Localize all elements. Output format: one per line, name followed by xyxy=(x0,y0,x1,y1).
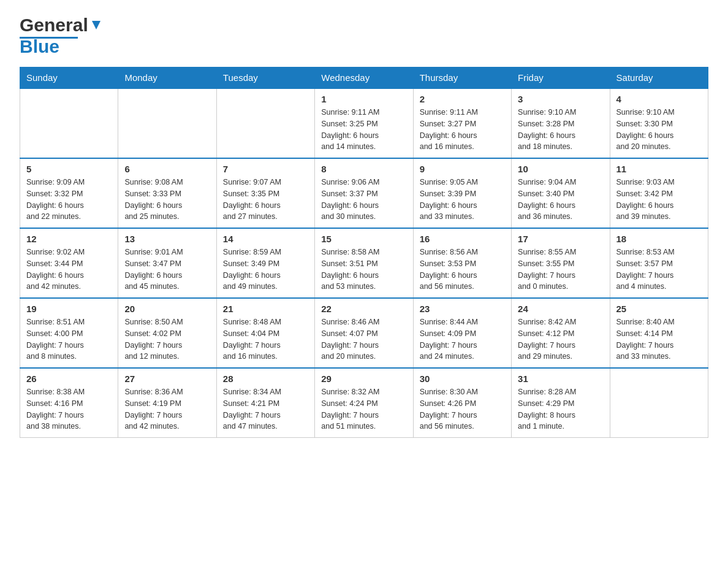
day-info: Sunrise: 8:30 AM Sunset: 4:26 PM Dayligh… xyxy=(420,386,505,432)
day-info: Sunrise: 8:42 AM Sunset: 4:12 PM Dayligh… xyxy=(518,316,603,362)
calendar-cell: 20Sunrise: 8:50 AM Sunset: 4:02 PM Dayli… xyxy=(118,298,216,368)
day-number: 25 xyxy=(616,304,702,314)
day-number: 10 xyxy=(518,164,603,174)
logo: General Blue xyxy=(20,15,103,57)
day-info: Sunrise: 8:34 AM Sunset: 4:21 PM Dayligh… xyxy=(223,386,308,432)
day-number: 27 xyxy=(124,373,210,384)
day-number: 6 xyxy=(124,164,210,174)
calendar-cell: 8Sunrise: 9:06 AM Sunset: 3:37 PM Daylig… xyxy=(315,158,413,228)
day-info: Sunrise: 8:56 AM Sunset: 3:53 PM Dayligh… xyxy=(420,247,505,293)
day-info: Sunrise: 8:58 AM Sunset: 3:51 PM Dayligh… xyxy=(321,247,406,293)
day-number: 26 xyxy=(26,373,112,384)
calendar-header-thursday: Thursday xyxy=(413,67,511,89)
calendar-header-wednesday: Wednesday xyxy=(315,67,413,89)
day-info: Sunrise: 9:11 AM Sunset: 3:27 PM Dayligh… xyxy=(420,107,505,153)
day-number: 11 xyxy=(616,164,702,174)
day-info: Sunrise: 8:59 AM Sunset: 3:49 PM Dayligh… xyxy=(223,247,308,293)
calendar-cell: 24Sunrise: 8:42 AM Sunset: 4:12 PM Dayli… xyxy=(512,298,610,368)
day-number: 29 xyxy=(321,373,406,384)
calendar-cell: 25Sunrise: 8:40 AM Sunset: 4:14 PM Dayli… xyxy=(610,298,708,368)
calendar-cell: 27Sunrise: 8:36 AM Sunset: 4:19 PM Dayli… xyxy=(118,368,216,438)
calendar-cell xyxy=(610,368,708,438)
day-number: 9 xyxy=(420,164,505,174)
calendar-cell: 17Sunrise: 8:55 AM Sunset: 3:55 PM Dayli… xyxy=(512,228,610,298)
day-number: 12 xyxy=(26,234,112,244)
calendar-cell xyxy=(20,88,118,158)
day-number: 23 xyxy=(420,304,505,314)
calendar-cell: 12Sunrise: 9:02 AM Sunset: 3:44 PM Dayli… xyxy=(20,228,118,298)
calendar-header-monday: Monday xyxy=(118,67,216,89)
calendar-cell: 5Sunrise: 9:09 AM Sunset: 3:32 PM Daylig… xyxy=(20,158,118,228)
day-number: 22 xyxy=(321,304,406,314)
day-info: Sunrise: 8:53 AM Sunset: 3:57 PM Dayligh… xyxy=(616,247,702,293)
day-info: Sunrise: 8:40 AM Sunset: 4:14 PM Dayligh… xyxy=(616,316,702,362)
calendar-cell: 7Sunrise: 9:07 AM Sunset: 3:35 PM Daylig… xyxy=(216,158,314,228)
calendar-cell: 15Sunrise: 8:58 AM Sunset: 3:51 PM Dayli… xyxy=(315,228,413,298)
day-number: 20 xyxy=(124,304,210,314)
calendar-week-row: 12Sunrise: 9:02 AM Sunset: 3:44 PM Dayli… xyxy=(20,228,708,298)
day-number: 15 xyxy=(321,234,406,244)
calendar-cell: 26Sunrise: 8:38 AM Sunset: 4:16 PM Dayli… xyxy=(20,368,118,438)
calendar-header-saturday: Saturday xyxy=(610,67,708,89)
day-info: Sunrise: 8:32 AM Sunset: 4:24 PM Dayligh… xyxy=(321,386,406,432)
day-info: Sunrise: 9:10 AM Sunset: 3:28 PM Dayligh… xyxy=(518,107,603,153)
day-number: 30 xyxy=(420,373,505,384)
day-info: Sunrise: 8:36 AM Sunset: 4:19 PM Dayligh… xyxy=(124,386,210,432)
calendar-header-row: SundayMondayTuesdayWednesdayThursdayFrid… xyxy=(20,67,708,89)
day-info: Sunrise: 9:03 AM Sunset: 3:42 PM Dayligh… xyxy=(616,177,702,223)
day-info: Sunrise: 8:55 AM Sunset: 3:55 PM Dayligh… xyxy=(518,247,603,293)
calendar-cell: 9Sunrise: 9:05 AM Sunset: 3:39 PM Daylig… xyxy=(413,158,511,228)
calendar-cell: 1Sunrise: 9:11 AM Sunset: 3:25 PM Daylig… xyxy=(315,88,413,158)
day-info: Sunrise: 9:11 AM Sunset: 3:25 PM Dayligh… xyxy=(321,107,406,153)
day-number: 31 xyxy=(518,373,603,384)
calendar-cell: 14Sunrise: 8:59 AM Sunset: 3:49 PM Dayli… xyxy=(216,228,314,298)
day-info: Sunrise: 8:50 AM Sunset: 4:02 PM Dayligh… xyxy=(124,316,210,362)
day-info: Sunrise: 8:44 AM Sunset: 4:09 PM Dayligh… xyxy=(420,316,505,362)
day-info: Sunrise: 9:01 AM Sunset: 3:47 PM Dayligh… xyxy=(124,247,210,293)
day-number: 18 xyxy=(616,234,702,244)
calendar-cell: 10Sunrise: 9:04 AM Sunset: 3:40 PM Dayli… xyxy=(512,158,610,228)
day-number: 2 xyxy=(420,94,505,104)
day-number: 1 xyxy=(321,94,406,104)
day-info: Sunrise: 8:38 AM Sunset: 4:16 PM Dayligh… xyxy=(26,386,112,432)
calendar-cell: 6Sunrise: 9:08 AM Sunset: 3:33 PM Daylig… xyxy=(118,158,216,228)
day-number: 24 xyxy=(518,304,603,314)
calendar-cell: 16Sunrise: 8:56 AM Sunset: 3:53 PM Dayli… xyxy=(413,228,511,298)
logo-triangle-icon xyxy=(89,18,103,32)
calendar-cell xyxy=(118,88,216,158)
calendar-cell: 19Sunrise: 8:51 AM Sunset: 4:00 PM Dayli… xyxy=(20,298,118,368)
calendar-header-friday: Friday xyxy=(512,67,610,89)
calendar-cell: 2Sunrise: 9:11 AM Sunset: 3:27 PM Daylig… xyxy=(413,88,511,158)
day-number: 28 xyxy=(223,373,308,384)
day-info: Sunrise: 9:04 AM Sunset: 3:40 PM Dayligh… xyxy=(518,177,603,223)
day-number: 21 xyxy=(223,304,308,314)
day-number: 13 xyxy=(124,234,210,244)
calendar-cell: 11Sunrise: 9:03 AM Sunset: 3:42 PM Dayli… xyxy=(610,158,708,228)
calendar-cell: 22Sunrise: 8:46 AM Sunset: 4:07 PM Dayli… xyxy=(315,298,413,368)
day-info: Sunrise: 8:48 AM Sunset: 4:04 PM Dayligh… xyxy=(223,316,308,362)
calendar-cell: 31Sunrise: 8:28 AM Sunset: 4:29 PM Dayli… xyxy=(512,368,610,438)
day-number: 4 xyxy=(616,94,702,104)
day-info: Sunrise: 9:08 AM Sunset: 3:33 PM Dayligh… xyxy=(124,177,210,223)
day-info: Sunrise: 9:10 AM Sunset: 3:30 PM Dayligh… xyxy=(616,107,702,153)
day-info: Sunrise: 8:46 AM Sunset: 4:07 PM Dayligh… xyxy=(321,316,406,362)
day-number: 19 xyxy=(26,304,112,314)
calendar-cell: 21Sunrise: 8:48 AM Sunset: 4:04 PM Dayli… xyxy=(216,298,314,368)
logo-general: General xyxy=(20,15,88,36)
calendar-week-row: 26Sunrise: 8:38 AM Sunset: 4:16 PM Dayli… xyxy=(20,368,708,438)
day-info: Sunrise: 9:05 AM Sunset: 3:39 PM Dayligh… xyxy=(420,177,505,223)
day-info: Sunrise: 8:51 AM Sunset: 4:00 PM Dayligh… xyxy=(26,316,112,362)
day-number: 7 xyxy=(223,164,308,174)
day-number: 5 xyxy=(26,164,112,174)
calendar-cell: 30Sunrise: 8:30 AM Sunset: 4:26 PM Dayli… xyxy=(413,368,511,438)
logo-blue: Blue xyxy=(20,36,59,57)
day-number: 14 xyxy=(223,234,308,244)
day-number: 8 xyxy=(321,164,406,174)
day-number: 17 xyxy=(518,234,603,244)
calendar-cell: 23Sunrise: 8:44 AM Sunset: 4:09 PM Dayli… xyxy=(413,298,511,368)
day-number: 3 xyxy=(518,94,603,104)
day-info: Sunrise: 9:02 AM Sunset: 3:44 PM Dayligh… xyxy=(26,247,112,293)
calendar-header-tuesday: Tuesday xyxy=(216,67,314,89)
day-info: Sunrise: 8:28 AM Sunset: 4:29 PM Dayligh… xyxy=(518,386,603,432)
calendar-cell: 13Sunrise: 9:01 AM Sunset: 3:47 PM Dayli… xyxy=(118,228,216,298)
